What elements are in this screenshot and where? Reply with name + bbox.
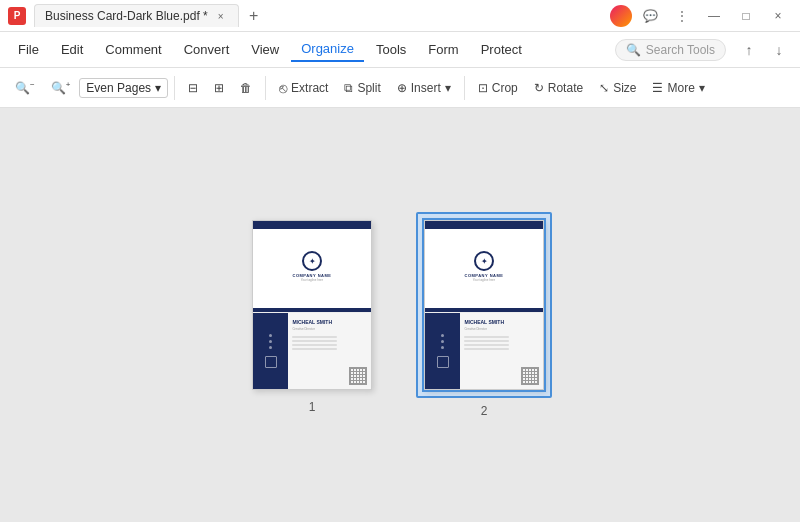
split-label: Split <box>357 81 380 95</box>
toolbar-divider-1 <box>174 76 175 100</box>
page-filter-select[interactable]: Even Pages ▾ <box>79 78 168 98</box>
card-left-panel-1 <box>253 313 288 389</box>
rotate-icon: ↻ <box>534 81 544 95</box>
card-tagline-2: Your tagline here <box>473 278 496 282</box>
card-top-stripe-2 <box>425 221 543 229</box>
menu-comment[interactable]: Comment <box>95 38 171 61</box>
insert-button[interactable]: ⊕ Insert ▾ <box>390 77 458 99</box>
crop-button[interactable]: ⊡ Crop <box>471 77 525 99</box>
close-tab-button[interactable]: × <box>214 9 228 23</box>
menu-edit[interactable]: Edit <box>51 38 93 61</box>
page-2-wrapper[interactable]: ✦ COMPANY NAME Your tagline here MICHEAL… <box>416 212 552 398</box>
thumbnail-button[interactable]: ⊞ <box>207 77 231 99</box>
page-1-wrapper[interactable]: ✦ COMPANY NAME Your tagline here MICHEAL… <box>248 216 376 394</box>
chevron-down-icon: ▾ <box>155 81 161 95</box>
more-label: More <box>667 81 694 95</box>
minimize-button[interactable]: — <box>700 2 728 30</box>
cloud-icons: ↑ ↓ <box>736 37 792 63</box>
menu-view[interactable]: View <box>241 38 289 61</box>
delete-button[interactable]: 🗑 <box>233 77 259 99</box>
size-button[interactable]: ⤡ Size <box>592 77 643 99</box>
qr-code-2 <box>521 367 539 385</box>
side-logo-2 <box>437 356 449 368</box>
page-1-label: 1 <box>309 400 316 414</box>
card-back-2: MICHEAL SMITH Creative Director <box>425 313 543 389</box>
toolbar: 🔍− 🔍+ Even Pages ▾ ⊟ ⊞ 🗑 ⎋ Extract ⧉ Spl… <box>0 68 800 108</box>
info-line-1d <box>292 348 337 350</box>
insert-label: Insert <box>411 81 441 95</box>
card-front-1: ✦ COMPANY NAME Your tagline here <box>253 221 371 313</box>
new-tab-button[interactable]: + <box>243 5 265 27</box>
card-bottom-stripe-1 <box>253 308 371 312</box>
side-logo-1 <box>265 356 277 368</box>
zoom-in-icon: 🔍+ <box>51 80 71 95</box>
tab-title: Business Card-Dark Blue.pdf * <box>45 9 208 23</box>
info-line-2d <box>464 348 509 350</box>
extract-icon: ⎋ <box>279 80 287 96</box>
card-front-2: ✦ COMPANY NAME Your tagline here <box>425 221 543 313</box>
card-back-1: MICHEAL SMITH Creative Director <box>253 313 371 389</box>
crop-icon: ⊡ <box>478 81 488 95</box>
menu-bar: File Edit Comment Convert View Organize … <box>0 32 800 68</box>
title-bar: P Business Card-Dark Blue.pdf * × + 💬 ⋮ … <box>0 0 800 32</box>
search-icon: 🔍 <box>626 43 641 57</box>
menu-convert[interactable]: Convert <box>174 38 240 61</box>
menu-organize[interactable]: Organize <box>291 37 364 62</box>
card-name-1: MICHEAL SMITH <box>292 319 367 325</box>
menu-file[interactable]: File <box>8 38 49 61</box>
menu-tools[interactable]: Tools <box>366 38 416 61</box>
card-name-2: MICHEAL SMITH <box>464 319 539 325</box>
crop-label: Crop <box>492 81 518 95</box>
info-line-2b <box>464 340 509 342</box>
card-logo-2: ✦ <box>474 251 494 271</box>
page-1-container: ✦ COMPANY NAME Your tagline here MICHEAL… <box>248 216 376 414</box>
dot-3 <box>269 346 272 349</box>
dot-2 <box>269 340 272 343</box>
card-left-panel-2 <box>425 313 460 389</box>
qr-code-1 <box>349 367 367 385</box>
insert-chevron-icon: ▾ <box>445 81 451 95</box>
more-chevron-icon: ▾ <box>699 81 705 95</box>
more-button[interactable]: ☰ More ▾ <box>645 77 711 99</box>
page-1-thumbnail[interactable]: ✦ COMPANY NAME Your tagline here MICHEAL… <box>252 220 372 390</box>
upload-icon[interactable]: ↑ <box>736 37 762 63</box>
split-icon: ⧉ <box>344 81 353 95</box>
info-line-2c <box>464 344 509 346</box>
zoom-out-icon: 🔍− <box>15 80 35 95</box>
maximize-button[interactable]: □ <box>732 2 760 30</box>
toolbar-divider-2 <box>265 76 266 100</box>
document-tab[interactable]: Business Card-Dark Blue.pdf * × <box>34 4 239 27</box>
zoom-in-button[interactable]: 🔍+ <box>44 76 78 99</box>
menu-form[interactable]: Form <box>418 38 468 61</box>
dot-4 <box>441 334 444 337</box>
more-button[interactable]: ⋮ <box>668 2 696 30</box>
chat-button[interactable]: 💬 <box>636 2 664 30</box>
search-tools-label: Search Tools <box>646 43 715 57</box>
card-logo-1: ✦ <box>302 251 322 271</box>
page-2-thumbnail[interactable]: ✦ COMPANY NAME Your tagline here MICHEAL… <box>424 220 544 390</box>
card-title-1: Creative Director <box>292 327 367 331</box>
close-window-button[interactable]: × <box>764 2 792 30</box>
menu-protect[interactable]: Protect <box>471 38 532 61</box>
page-2-container: ✦ COMPANY NAME Your tagline here MICHEAL… <box>416 212 552 418</box>
main-content: ✦ COMPANY NAME Your tagline here MICHEAL… <box>0 108 800 522</box>
split-view-button[interactable]: ⊟ <box>181 77 205 99</box>
user-avatar[interactable] <box>610 5 632 27</box>
card-title-2: Creative Director <box>464 327 539 331</box>
size-label: Size <box>613 81 636 95</box>
card-tagline-1: Your tagline here <box>301 278 324 282</box>
app-icon: P <box>8 7 26 25</box>
info-line-1b <box>292 340 337 342</box>
info-line-2a <box>464 336 509 338</box>
rotate-button[interactable]: ↻ Rotate <box>527 77 590 99</box>
thumbnail-icon: ⊞ <box>214 81 224 95</box>
delete-icon: 🗑 <box>240 81 252 95</box>
download-icon[interactable]: ↓ <box>766 37 792 63</box>
search-tools-input[interactable]: 🔍 Search Tools <box>615 39 726 61</box>
size-icon: ⤡ <box>599 81 609 95</box>
extract-button[interactable]: ⎋ Extract <box>272 76 335 100</box>
dot-5 <box>441 340 444 343</box>
zoom-out-button[interactable]: 🔍− <box>8 76 42 99</box>
info-line-1a <box>292 336 337 338</box>
split-button[interactable]: ⧉ Split <box>337 77 387 99</box>
